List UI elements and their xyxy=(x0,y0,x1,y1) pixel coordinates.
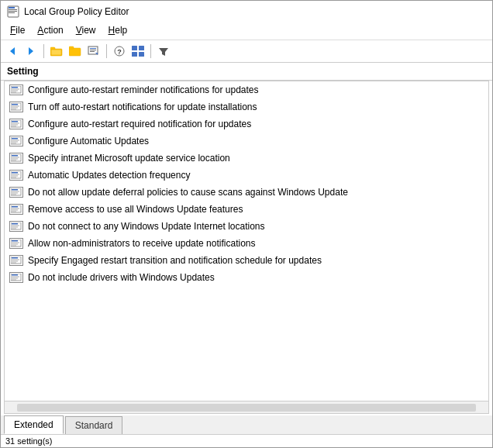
tabs-bar: Extended Standard xyxy=(1,415,492,434)
list-item[interactable]: Automatic Updates detection frequency xyxy=(5,167,488,184)
svg-rect-55 xyxy=(12,189,18,191)
menu-file[interactable]: File xyxy=(4,22,31,38)
svg-rect-22 xyxy=(139,52,144,57)
list-item[interactable]: Configure auto-restart reminder notifica… xyxy=(5,81,488,98)
menu-help[interactable]: Help xyxy=(102,22,134,38)
settings-list[interactable]: Configure auto-restart reminder notifica… xyxy=(4,81,489,401)
panel-button[interactable] xyxy=(129,43,147,60)
open-folder-button[interactable] xyxy=(48,43,65,60)
status-bar: 31 setting(s) xyxy=(1,434,492,447)
item-policy-icon xyxy=(9,187,23,198)
item-label: Do not allow update deferral policies to… xyxy=(28,187,348,198)
list-item[interactable]: Do not connect to any Windows Update Int… xyxy=(5,218,488,235)
svg-rect-1 xyxy=(9,7,15,9)
item-policy-icon xyxy=(9,238,23,249)
svg-rect-9 xyxy=(51,50,61,55)
item-label: Automatic Updates detection frequency xyxy=(28,170,190,181)
svg-rect-42 xyxy=(12,142,18,143)
horizontal-scrollbar[interactable] xyxy=(4,401,489,414)
toolbar: ? xyxy=(1,40,492,63)
setting-column-header: Setting xyxy=(7,66,39,77)
list-item[interactable]: Specify Engaged restart transition and n… xyxy=(5,252,488,269)
menu-bar: File Action View Help xyxy=(1,21,492,40)
item-label: Turn off auto-restart notifications for … xyxy=(28,102,257,112)
list-item[interactable]: Specify intranet Microsoft update servic… xyxy=(5,150,488,167)
svg-rect-62 xyxy=(12,210,18,211)
svg-rect-77 xyxy=(12,261,18,262)
title-bar: Local Group Policy Editor xyxy=(1,1,492,21)
item-label: Do not include drivers with Windows Upda… xyxy=(28,272,215,283)
svg-rect-14 xyxy=(90,50,96,50)
svg-rect-70 xyxy=(12,240,18,242)
svg-marker-5 xyxy=(10,47,15,55)
svg-rect-65 xyxy=(12,223,18,225)
tab-extended[interactable]: Extended xyxy=(4,415,64,434)
svg-rect-25 xyxy=(12,87,18,88)
list-item[interactable]: Configure auto-restart required notifica… xyxy=(5,115,488,133)
tab-extended-label: Extended xyxy=(14,419,53,430)
svg-rect-48 xyxy=(12,160,16,161)
back-button[interactable] xyxy=(4,43,21,60)
svg-rect-32 xyxy=(12,108,18,109)
item-policy-icon xyxy=(9,102,23,112)
svg-rect-40 xyxy=(12,138,18,140)
svg-rect-27 xyxy=(12,91,18,91)
svg-rect-71 xyxy=(12,243,19,243)
menu-action[interactable]: Action xyxy=(31,22,69,38)
item-label: Configure Automatic Updates xyxy=(28,136,149,146)
list-item[interactable]: Do not include drivers with Windows Upda… xyxy=(5,269,488,286)
h-scroll-thumb[interactable] xyxy=(17,404,476,412)
svg-rect-38 xyxy=(12,126,16,127)
svg-rect-15 xyxy=(90,51,95,52)
list-item[interactable]: Do not allow update deferral policies to… xyxy=(5,184,488,201)
svg-rect-66 xyxy=(12,226,19,226)
svg-rect-21 xyxy=(132,52,137,57)
svg-rect-56 xyxy=(12,191,19,192)
folder-button[interactable] xyxy=(67,43,84,60)
item-policy-icon xyxy=(9,221,23,232)
svg-rect-28 xyxy=(12,92,16,93)
list-item[interactable]: Configure Automatic Updates xyxy=(5,133,488,150)
list-item[interactable]: Allow non-administrators to receive upda… xyxy=(5,235,488,252)
svg-rect-8 xyxy=(50,47,55,50)
tab-standard[interactable]: Standard xyxy=(65,416,123,434)
import-button[interactable] xyxy=(85,43,102,60)
help-button[interactable]: ? xyxy=(111,43,128,60)
svg-rect-53 xyxy=(12,177,16,178)
svg-rect-43 xyxy=(12,143,16,144)
menu-view[interactable]: View xyxy=(70,22,102,38)
svg-rect-51 xyxy=(12,174,19,175)
list-item[interactable]: Remove access to use all Windows Update … xyxy=(5,201,488,218)
svg-rect-36 xyxy=(12,123,19,124)
main-window: Local Group Policy Editor File Action Vi… xyxy=(0,0,493,448)
svg-rect-81 xyxy=(12,277,19,277)
svg-rect-50 xyxy=(12,172,18,174)
menu-help-label: Help xyxy=(109,25,128,36)
svg-rect-68 xyxy=(12,229,16,229)
svg-rect-47 xyxy=(12,159,18,160)
svg-rect-4 xyxy=(9,12,15,13)
item-label: Allow non-administrators to receive upda… xyxy=(28,238,255,249)
forward-button[interactable] xyxy=(22,43,40,60)
svg-rect-73 xyxy=(12,246,16,246)
item-label: Configure auto-restart required notifica… xyxy=(28,119,251,129)
menu-file-label: File xyxy=(10,25,25,36)
svg-rect-78 xyxy=(12,263,16,264)
svg-rect-13 xyxy=(90,48,96,49)
svg-rect-3 xyxy=(9,11,17,12)
item-label: Specify intranet Microsoft update servic… xyxy=(28,153,230,164)
svg-rect-80 xyxy=(12,274,18,276)
svg-rect-60 xyxy=(12,206,18,208)
svg-rect-57 xyxy=(12,193,18,194)
svg-rect-63 xyxy=(12,212,16,212)
svg-rect-20 xyxy=(139,46,144,50)
sep3 xyxy=(150,44,151,58)
svg-rect-33 xyxy=(12,109,16,110)
svg-rect-76 xyxy=(12,260,19,260)
list-item[interactable]: Turn off auto-restart notifications for … xyxy=(5,98,488,115)
content-area: Setting Configure auto-restart reminder … xyxy=(1,63,492,414)
filter-button[interactable] xyxy=(155,43,172,60)
item-policy-icon xyxy=(9,136,23,146)
item-policy-icon xyxy=(9,272,23,283)
menu-action-label: Action xyxy=(37,25,63,36)
